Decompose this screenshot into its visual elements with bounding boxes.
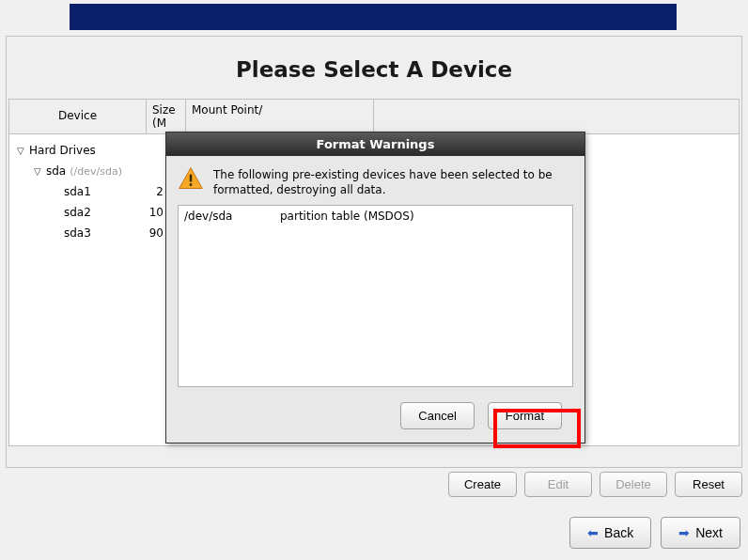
- dialog-message: The following pre-existing devices have …: [213, 165, 573, 197]
- dialog-device-row[interactable]: /dev/sda partition table (MSDOS): [184, 210, 567, 223]
- tree-size: 2: [126, 185, 164, 198]
- col-mount[interactable]: Mount Point/: [186, 100, 374, 133]
- arrow-left-icon: ⬅: [587, 525, 599, 540]
- delete-button: Delete: [600, 472, 667, 497]
- dialog-device-list[interactable]: /dev/sda partition table (MSDOS): [178, 205, 573, 387]
- cancel-button[interactable]: Cancel: [400, 402, 474, 429]
- svg-rect-1: [190, 183, 192, 186]
- edit-button: Edit: [524, 472, 592, 497]
- back-button[interactable]: ⬅ Back: [569, 517, 651, 549]
- dialog-body: The following pre-existing devices have …: [166, 156, 584, 443]
- action-button-row: Create Edit Delete Reset: [448, 472, 742, 497]
- back-label: Back: [604, 525, 633, 540]
- col-size[interactable]: Size (M: [147, 100, 186, 133]
- arrow-right-icon: ➡: [678, 525, 690, 540]
- tree-label: sda1: [62, 185, 91, 198]
- warning-icon: [178, 165, 204, 192]
- tree-devpath: (/dev/sda): [70, 165, 122, 178]
- nav-button-row: ⬅ Back ➡ Next: [569, 517, 740, 549]
- page-title: Please Select A Device: [7, 37, 741, 99]
- dialog-title: Format Warnings: [166, 132, 584, 156]
- next-label: Next: [695, 525, 723, 540]
- chevron-down-icon[interactable]: ▽: [17, 146, 27, 156]
- device-path: /dev/sda: [184, 210, 280, 223]
- format-warnings-dialog: Format Warnings The following pre-existi…: [165, 132, 585, 443]
- reset-button[interactable]: Reset: [675, 472, 742, 497]
- dialog-button-row: Cancel Format: [178, 387, 573, 429]
- col-device[interactable]: Device: [9, 100, 147, 133]
- next-button[interactable]: ➡ Next: [661, 517, 740, 549]
- tree-size: 90: [126, 226, 164, 240]
- tree-label: Hard Drives: [27, 144, 96, 157]
- tree-label: sda2: [62, 206, 91, 219]
- dialog-message-row: The following pre-existing devices have …: [178, 165, 573, 205]
- device-desc: partition table (MSDOS): [280, 210, 414, 223]
- chevron-down-icon[interactable]: ▽: [34, 166, 44, 177]
- tree-size: 10: [126, 206, 164, 219]
- create-button[interactable]: Create: [448, 472, 517, 497]
- format-button[interactable]: Format: [488, 402, 562, 429]
- tree-label: sda: [44, 164, 66, 178]
- table-header: Device Size (M Mount Point/: [9, 100, 739, 134]
- top-banner: [70, 4, 677, 30]
- svg-rect-0: [190, 175, 192, 182]
- tree-label: sda3: [62, 226, 91, 240]
